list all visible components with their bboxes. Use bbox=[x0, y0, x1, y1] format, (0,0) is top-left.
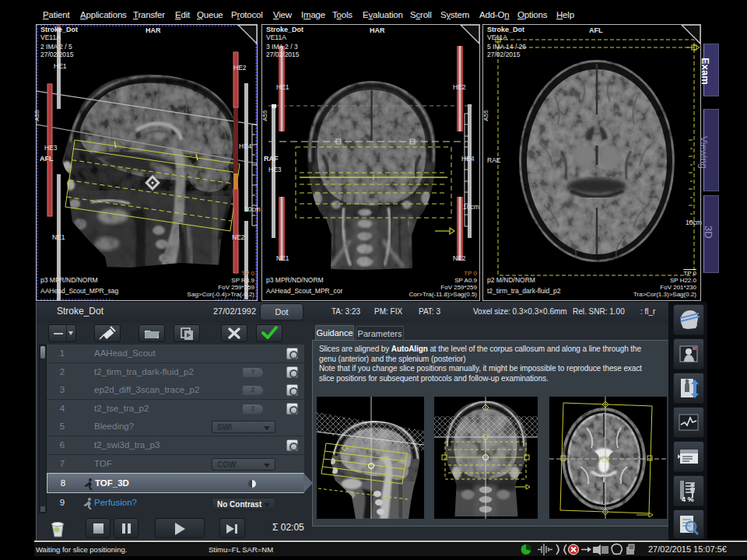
svg-text:4 %: 4 % bbox=[682, 495, 694, 503]
